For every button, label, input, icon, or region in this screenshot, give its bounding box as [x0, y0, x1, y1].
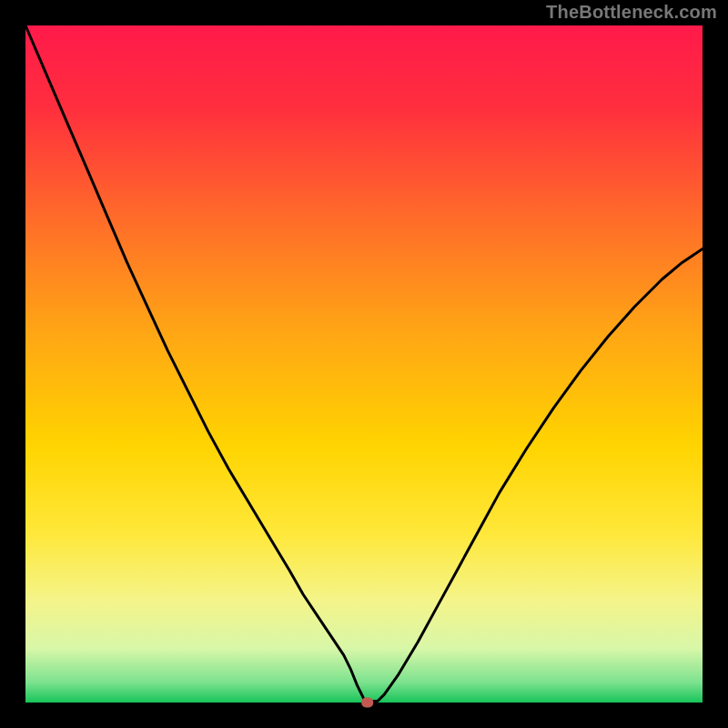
plot-background	[25, 25, 703, 703]
bottleneck-chart	[0, 0, 728, 728]
optimal-point-marker	[361, 698, 373, 708]
chart-frame: TheBottleneck.com	[0, 0, 728, 728]
